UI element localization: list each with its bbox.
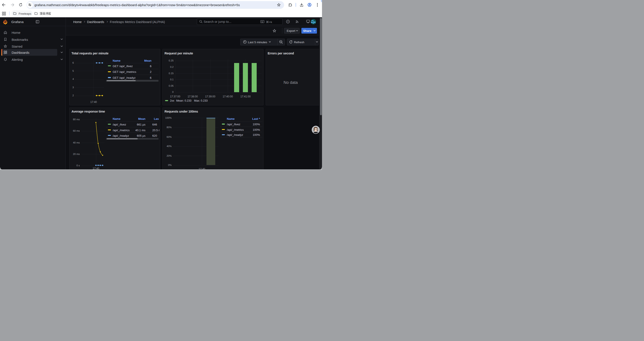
svg-text:?: ? (287, 21, 288, 23)
